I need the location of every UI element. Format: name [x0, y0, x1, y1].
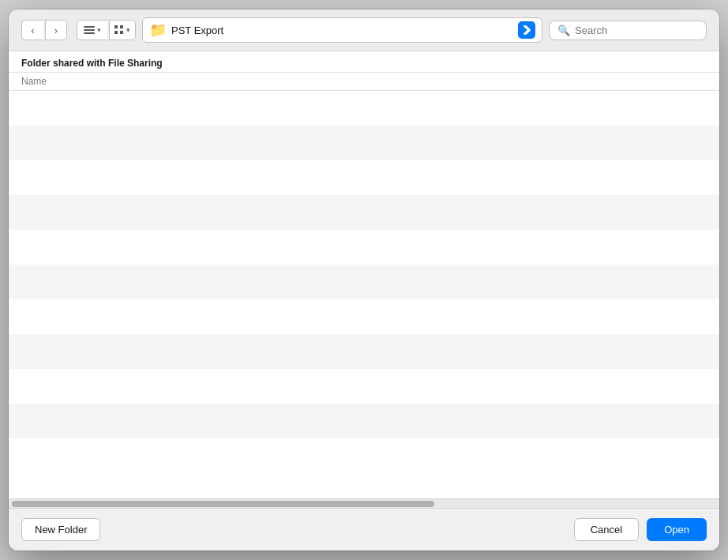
horizontal-scrollbar[interactable]	[9, 498, 719, 508]
table-row	[9, 91, 719, 126]
view-buttons: ▾ ▾	[77, 20, 136, 40]
list-view-button[interactable]: ▾	[77, 20, 107, 40]
cancel-button[interactable]: Cancel	[574, 518, 639, 541]
back-button[interactable]: ‹	[21, 20, 43, 40]
table-row	[9, 195, 719, 230]
table-row	[9, 334, 719, 369]
location-text: PST Export	[171, 24, 513, 36]
scrollbar-track	[12, 501, 716, 507]
file-content: Folder shared with File Sharing Name	[9, 51, 719, 498]
grid-view-chevron-icon: ▾	[126, 26, 130, 34]
table-row	[9, 265, 719, 299]
grid-view-button[interactable]: ▾	[109, 20, 136, 40]
search-icon: 🔍	[557, 24, 570, 36]
file-dialog: ‹ › ▾ ▾	[9, 9, 719, 551]
column-name-header: Name	[9, 73, 719, 91]
list-view-chevron-icon: ▾	[97, 26, 101, 34]
location-bar[interactable]: 📁 PST Export	[142, 17, 542, 43]
location-arrow-icon	[518, 21, 535, 39]
table-row	[9, 369, 719, 404]
footer: New Folder Cancel Open	[9, 508, 719, 551]
back-icon: ‹	[31, 24, 34, 36]
table-row	[9, 160, 719, 195]
toolbar: ‹ › ▾ ▾	[9, 9, 719, 51]
scrollbar-thumb[interactable]	[12, 501, 434, 507]
forward-button[interactable]: ›	[45, 20, 67, 40]
list-icon	[84, 25, 95, 35]
table-row	[9, 230, 719, 265]
grid-icon	[114, 25, 124, 35]
new-folder-button[interactable]: New Folder	[21, 518, 100, 541]
table-row	[9, 126, 719, 160]
nav-buttons: ‹ ›	[21, 20, 67, 40]
open-button[interactable]: Open	[647, 518, 707, 541]
folder-icon: 📁	[149, 21, 167, 39]
folder-shared-header: Folder shared with File Sharing	[9, 51, 719, 73]
table-row	[9, 299, 719, 334]
search-input[interactable]	[575, 24, 698, 36]
file-list[interactable]	[9, 91, 719, 498]
search-bar[interactable]: 🔍	[549, 21, 707, 40]
footer-right-buttons: Cancel Open	[574, 518, 707, 541]
forward-icon: ›	[54, 24, 58, 36]
table-row	[9, 404, 719, 438]
